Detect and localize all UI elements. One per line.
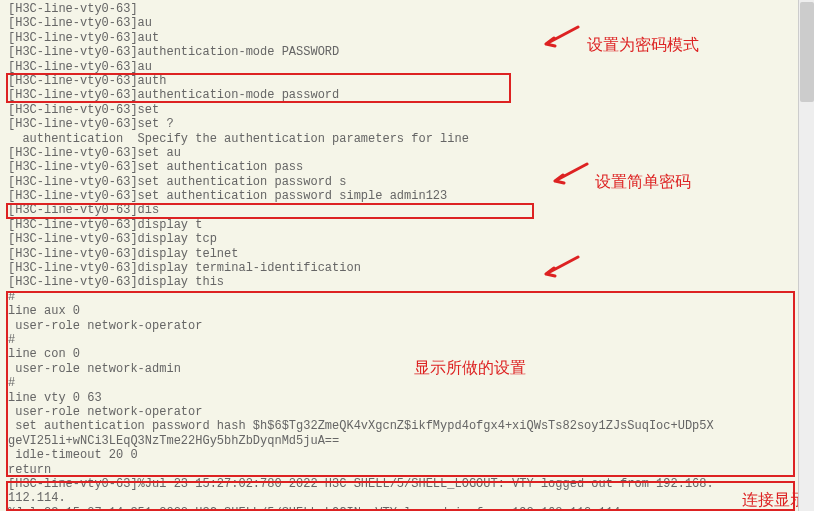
terminal-line: [H3C-line-vty0-63]display tcp (8, 232, 806, 246)
highlight-box-set-password (6, 203, 534, 219)
arrow-icon (549, 162, 589, 187)
highlight-box-display-this (6, 291, 795, 477)
terminal-line: [H3C-line-vty0-63]au (8, 60, 806, 74)
terminal-line: authentication Specify the authenticatio… (8, 132, 806, 146)
highlight-box-auth-mode (6, 73, 511, 103)
terminal-line: [H3C-line-vty0-63]display telnet (8, 247, 806, 261)
terminal-line: [H3C-line-vty0-63]set au (8, 146, 806, 160)
annotation-connection: 连接显示 (742, 490, 806, 511)
annotation-display-settings: 显示所做的设置 (414, 358, 526, 379)
highlight-box-connection-log (6, 481, 795, 511)
arrow-icon (540, 25, 580, 50)
terminal-line: [H3C-line-vty0-63]display this (8, 275, 806, 289)
scrollbar-thumb[interactable] (800, 2, 814, 102)
annotation-simple-password: 设置简单密码 (595, 172, 691, 193)
terminal-line: [H3C-line-vty0-63] (8, 2, 806, 16)
terminal-line: [H3C-line-vty0-63]set (8, 103, 806, 117)
arrow-icon (540, 255, 580, 280)
terminal-line: [H3C-line-vty0-63]set ? (8, 117, 806, 131)
terminal-line: [H3C-line-vty0-63]display t (8, 218, 806, 232)
annotation-password-mode: 设置为密码模式 (587, 35, 699, 56)
terminal-line: [H3C-line-vty0-63]display terminal-ident… (8, 261, 806, 275)
scrollbar[interactable] (798, 0, 814, 511)
terminal-line: [H3C-line-vty0-63]au (8, 16, 806, 30)
